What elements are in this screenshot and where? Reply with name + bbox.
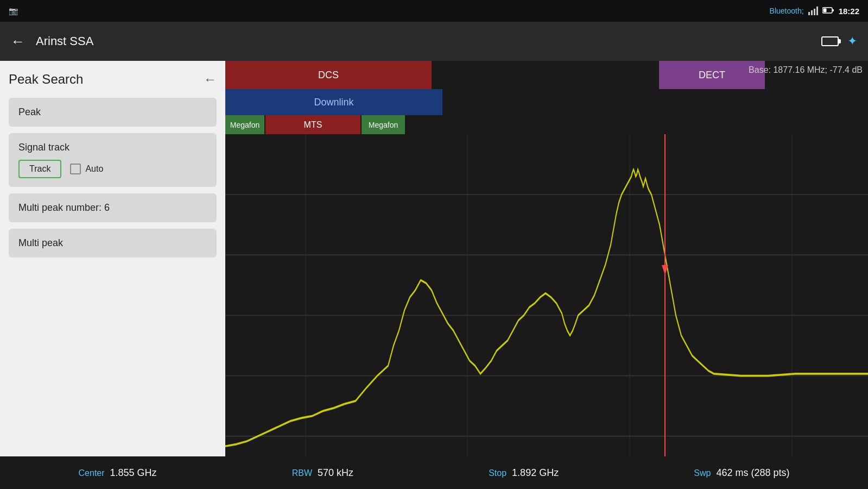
status-bar: 📷 Bluetooth; 18:22 xyxy=(0,0,868,22)
auto-checkbox[interactable]: Auto xyxy=(70,164,103,174)
swp-value: 462 ms (288 pts) xyxy=(716,467,789,479)
megafon1-band: Megafon xyxy=(225,115,264,134)
main-content: Peak Search ← Peak Signal track Track Au… xyxy=(0,61,868,456)
center-label: Center xyxy=(79,468,105,478)
base-info: Base: 1877.16 MHz; -77.4 dB xyxy=(749,65,863,75)
multi-peak-number-item[interactable]: Multi peak number: 6 xyxy=(9,193,217,222)
battery-icon xyxy=(821,36,839,46)
rbw-value: 570 kHz xyxy=(318,467,353,479)
camera-icon: 📷 xyxy=(9,7,18,15)
bottom-info: Center 1.855 GHz RBW 570 kHz Stop 1.892 … xyxy=(0,456,868,489)
bluetooth-icon: ✦ xyxy=(847,34,857,48)
status-left-icons: 📷 xyxy=(9,7,18,15)
app-bar-icons: ✦ xyxy=(821,34,857,48)
signal-icon xyxy=(808,7,818,15)
band-row-3: Megafon MTS Megafon xyxy=(225,115,405,134)
chart-area: DCS DECT Downlink Megafon MTS Megafon Ba… xyxy=(225,61,868,456)
rbw-label: RBW xyxy=(292,468,312,478)
battery-status xyxy=(822,7,834,15)
multi-peak-item[interactable]: Multi peak xyxy=(9,229,217,258)
stop-label: Stop xyxy=(489,468,506,478)
center-value: 1.855 GHz xyxy=(110,467,157,479)
peak-menu-item[interactable]: Peak xyxy=(9,98,217,127)
dcs-band: DCS xyxy=(225,61,432,89)
mts-band: MTS xyxy=(265,115,360,134)
swp-info: Swp 462 ms (288 pts) xyxy=(694,467,789,479)
stop-value: 1.892 GHz xyxy=(512,467,559,479)
auto-checkbox-box[interactable] xyxy=(70,164,81,174)
spectrum-chart: 1840 1860 1880 1900 xyxy=(225,134,868,456)
svg-rect-0 xyxy=(808,12,810,15)
side-panel: Peak Search ← Peak Signal track Track Au… xyxy=(0,61,225,456)
track-button[interactable]: Track xyxy=(18,160,61,178)
rbw-info: RBW 570 kHz xyxy=(292,467,353,479)
svg-rect-2 xyxy=(814,9,815,15)
clock: 18:22 xyxy=(839,7,859,16)
megafon2-band: Megafon xyxy=(362,115,405,134)
svg-rect-5 xyxy=(832,9,834,11)
svg-rect-6 xyxy=(823,9,826,12)
panel-back-button[interactable]: ← xyxy=(204,72,217,87)
downlink-band: Downlink xyxy=(225,89,442,115)
signal-track-section: Signal track Track Auto xyxy=(9,133,217,187)
status-right-icons: Bluetooth; 18:22 xyxy=(770,7,859,16)
swp-label: Swp xyxy=(694,468,711,478)
auto-label: Auto xyxy=(85,164,103,174)
svg-rect-1 xyxy=(811,10,813,15)
panel-header: Peak Search ← xyxy=(9,72,217,87)
stop-info: Stop 1.892 GHz xyxy=(489,467,559,479)
app-bar: ← Arinst SSA ✦ xyxy=(0,22,868,61)
bluetooth-status-icon: Bluetooth; xyxy=(770,7,804,15)
panel-title: Peak Search xyxy=(9,72,83,87)
signal-track-title: Signal track xyxy=(18,142,207,153)
svg-rect-3 xyxy=(816,7,818,15)
signal-track-controls: Track Auto xyxy=(18,160,207,178)
center-info: Center 1.855 GHz xyxy=(79,467,157,479)
bands-container: DCS DECT Downlink Megafon MTS Megafon Ba… xyxy=(225,61,868,134)
app-title: Arinst SSA xyxy=(36,34,821,48)
app-back-button[interactable]: ← xyxy=(11,33,25,50)
